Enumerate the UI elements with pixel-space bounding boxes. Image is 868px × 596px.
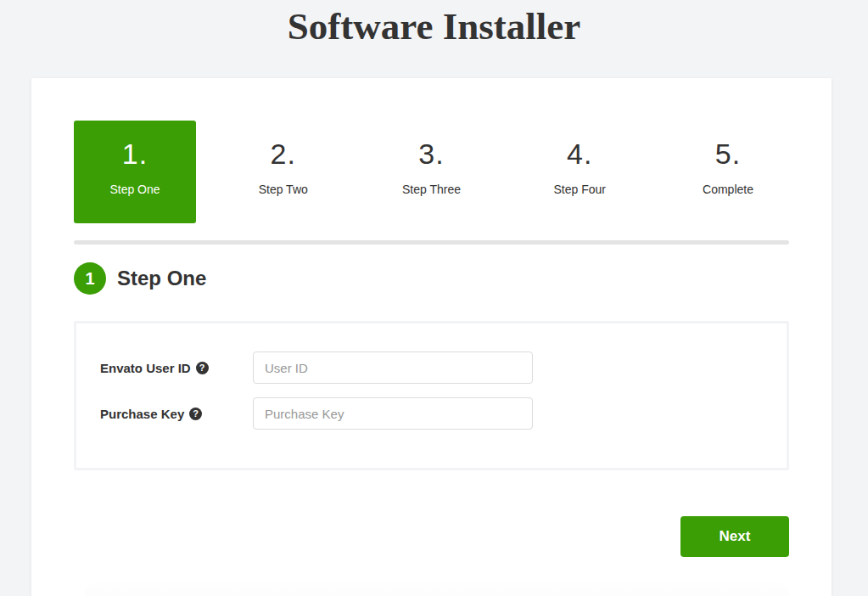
stepper-step-four: 4. Step Four (518, 121, 641, 223)
form-row-purchase-key: Purchase Key ? (100, 397, 763, 430)
stepper: 1. Step One 2. Step Two 3. Step Three 4.… (74, 121, 789, 223)
license-form-panel: Envato User ID ? Purchase Key ? (74, 321, 789, 470)
step-number: 2. (222, 138, 344, 171)
next-section-panel-hint (85, 582, 789, 596)
section-heading: 1 Step One (74, 262, 789, 295)
form-row-envato-user-id: Envato User ID ? (100, 351, 763, 384)
step-number: 3. (371, 138, 493, 171)
next-button[interactable]: Next (680, 516, 789, 557)
question-circle-icon[interactable]: ? (189, 408, 202, 420)
step-number-badge: 1 (74, 262, 106, 295)
page-title: Software Installer (0, 0, 868, 48)
label-text: Envato User ID (100, 361, 191, 375)
step-number: 1. (74, 138, 196, 171)
stepper-step-one: 1. Step One (74, 121, 196, 223)
step-label: Step One (74, 183, 196, 196)
stepper-step-two: 2. Step Two (222, 121, 344, 223)
step-label: Step Two (222, 183, 344, 196)
stepper-step-complete: 5. Complete (667, 121, 789, 223)
stepper-step-three: 3. Step Three (371, 121, 493, 223)
purchase-key-label: Purchase Key ? (100, 407, 253, 421)
purchase-key-input[interactable] (253, 397, 533, 430)
step-number: 4. (518, 138, 641, 171)
installer-card: 1. Step One 2. Step Two 3. Step Three 4.… (31, 78, 832, 596)
actions-bar: Next (74, 516, 789, 557)
section-title: Step One (117, 267, 206, 290)
envato-user-id-input[interactable] (253, 351, 533, 384)
envato-user-id-label: Envato User ID ? (100, 361, 253, 375)
label-text: Purchase Key (100, 407, 184, 421)
step-label: Step Four (518, 183, 641, 196)
progress-track (74, 240, 789, 245)
step-label: Step Three (371, 183, 493, 196)
step-number: 5. (667, 138, 789, 171)
step-label: Complete (667, 183, 789, 196)
question-circle-icon[interactable]: ? (196, 362, 209, 374)
